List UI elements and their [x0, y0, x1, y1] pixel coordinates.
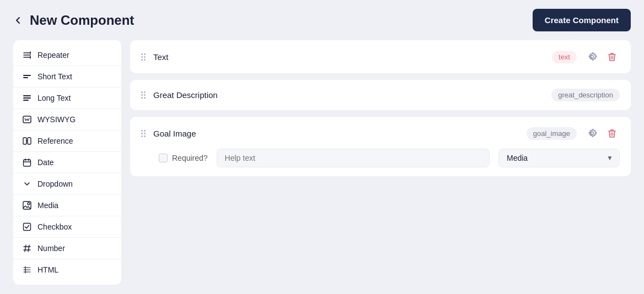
- field-tag-3: goal_image: [527, 127, 577, 140]
- sidebar-item-label: Date: [37, 158, 54, 167]
- svg-rect-11: [24, 224, 31, 231]
- help-text-input-3[interactable]: [217, 149, 490, 167]
- sidebar-item-label: Reference: [37, 137, 73, 145]
- svg-rect-1: [23, 77, 28, 78]
- header: New Component Create Component: [0, 0, 644, 40]
- field-card-1: text: [130, 40, 631, 73]
- svg-rect-4: [23, 100, 29, 101]
- svg-rect-0: [23, 75, 31, 76]
- sidebar-item-number[interactable]: Number: [13, 238, 121, 259]
- number-icon: [22, 243, 32, 253]
- field-name-input-2[interactable]: [153, 90, 544, 100]
- sidebar-item-label: Number: [37, 244, 65, 253]
- sidebar-item-reference[interactable]: Reference: [13, 130, 121, 152]
- sidebar-item-repeater[interactable]: Repeater: [13, 45, 121, 66]
- sidebar-item-short-text[interactable]: Short Text: [13, 66, 121, 88]
- sidebar-item-label: Short Text: [37, 72, 72, 81]
- html-icon: [22, 265, 32, 275]
- card-extra-row-3: Required? Media Text Number Date ▼: [141, 149, 620, 167]
- dropdown-icon: [22, 179, 32, 189]
- drag-dots-2: [141, 91, 146, 99]
- svg-rect-2: [23, 95, 31, 96]
- sidebar-item-date[interactable]: Date: [13, 152, 121, 173]
- sidebar-item-dropdown[interactable]: Dropdown: [13, 173, 121, 195]
- main-layout: Repeater Short Text Long Text: [0, 40, 644, 294]
- media-icon: [22, 200, 32, 210]
- field-name-input-1[interactable]: [153, 52, 544, 62]
- short-text-icon: [22, 72, 32, 81]
- sidebar-item-label: WYSIWYG: [37, 115, 76, 124]
- sidebar: Repeater Short Text Long Text: [13, 40, 121, 285]
- drag-handle-1[interactable]: [141, 53, 146, 61]
- drag-handle-3[interactable]: [141, 130, 146, 137]
- field-tag-2: great_description: [551, 89, 620, 101]
- delete-button-3[interactable]: [604, 126, 620, 141]
- required-checkbox-box-3[interactable]: [159, 154, 168, 162]
- drag-handle-2[interactable]: [141, 91, 146, 99]
- sidebar-item-label: Media: [37, 201, 58, 210]
- back-button[interactable]: [13, 15, 23, 25]
- sidebar-item-checkbox[interactable]: Checkbox: [13, 216, 121, 238]
- card-actions-3: [584, 126, 620, 141]
- date-icon: [22, 157, 32, 167]
- create-component-button[interactable]: Create Component: [533, 9, 631, 31]
- card-main-row-2: great_description: [141, 89, 620, 101]
- field-tag-1: text: [552, 51, 577, 63]
- page-title: New Component: [30, 13, 134, 28]
- sidebar-item-long-text[interactable]: Long Text: [13, 88, 121, 109]
- svg-rect-7: [28, 138, 31, 144]
- sidebar-item-label: HTML: [37, 265, 58, 274]
- card-actions-1: [584, 49, 620, 64]
- svg-point-9: [28, 203, 30, 205]
- sidebar-item-label: Long Text: [37, 94, 71, 102]
- type-select-wrapper-3: Media Text Number Date ▼: [498, 149, 620, 167]
- type-select-3[interactable]: Media Text Number Date: [498, 149, 620, 167]
- card-main-row-1: text: [141, 49, 620, 64]
- sidebar-item-label: Repeater: [37, 51, 69, 59]
- sidebar-item-media[interactable]: Media: [13, 195, 121, 216]
- content-area: text: [130, 40, 631, 285]
- sidebar-item-label: Dropdown: [37, 179, 73, 188]
- field-card-3: goal_image: [130, 117, 631, 176]
- reference-icon: [22, 136, 32, 146]
- field-name-input-3[interactable]: [153, 129, 519, 138]
- required-label-3[interactable]: Required?: [159, 154, 208, 162]
- required-text-3: Required?: [172, 154, 208, 162]
- wysiwyg-icon: [22, 115, 32, 124]
- repeater-icon: [22, 50, 32, 60]
- header-left: New Component: [13, 13, 134, 28]
- svg-rect-3: [23, 97, 31, 99]
- settings-button-3[interactable]: [584, 126, 600, 141]
- field-card-2: great_description: [130, 80, 631, 110]
- drag-dots-1: [141, 53, 146, 61]
- sidebar-item-label: Checkbox: [37, 222, 72, 231]
- long-text-icon: [22, 93, 32, 103]
- checkbox-icon: [22, 222, 32, 232]
- svg-rect-6: [23, 138, 26, 144]
- settings-button-1[interactable]: [584, 49, 600, 64]
- svg-rect-8: [24, 160, 31, 166]
- delete-button-1[interactable]: [604, 49, 620, 64]
- drag-dots-3: [141, 130, 146, 137]
- sidebar-item-html[interactable]: HTML: [13, 259, 121, 280]
- card-main-row-3: goal_image: [141, 126, 620, 141]
- sidebar-item-wysiwyg[interactable]: WYSIWYG: [13, 109, 121, 130]
